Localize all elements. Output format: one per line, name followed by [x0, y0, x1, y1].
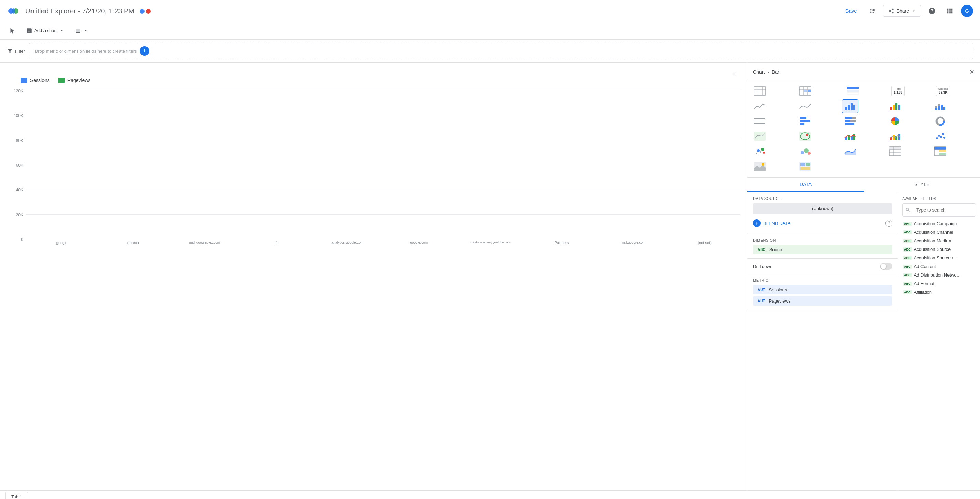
chart-type-bubble[interactable] — [797, 145, 813, 158]
dimension-field[interactable]: ABC Source — [753, 245, 892, 254]
help-button[interactable] — [925, 4, 939, 18]
drilldown-toggle[interactable] — [880, 263, 892, 270]
svg-point-50 — [806, 134, 808, 136]
datasource-section: Data source (Unknown) + BLEND DATA ? — [748, 192, 898, 234]
chart-type-donut[interactable] — [932, 114, 948, 128]
user-avatar[interactable]: G — [961, 5, 973, 17]
chart-type-bar-selected[interactable] — [842, 99, 858, 113]
svg-rect-41 — [850, 120, 856, 122]
help-icon[interactable]: ? — [886, 220, 892, 227]
chart-plot: google (direct) mall.googleplex.com dfa … — [26, 89, 740, 253]
chart-type-hbar[interactable] — [797, 114, 813, 128]
af-item-acq-campaign[interactable]: ABC Acquisition Campaign — [902, 219, 976, 228]
bottom-tab-1[interactable]: Tab 1 — [5, 492, 28, 499]
svg-rect-3 — [754, 87, 766, 95]
chart-type-table2[interactable] — [797, 84, 813, 98]
svg-rect-19 — [848, 105, 850, 110]
x-label-dfa: dfa — [240, 241, 312, 245]
filter-add-button[interactable]: + — [140, 46, 149, 56]
svg-point-60 — [938, 135, 940, 137]
page-title: Untitled Explorer - 7/21/20, 1:23 PM — [25, 6, 841, 15]
chart-type-combo[interactable] — [842, 129, 858, 143]
svg-rect-18 — [845, 107, 847, 110]
chart-type-pivot-table[interactable] — [887, 145, 903, 158]
chart-type-scorecard1[interactable]: Total 1,168 — [887, 84, 909, 98]
chart-type-hbar-stacked[interactable] — [842, 114, 858, 128]
svg-point-64 — [756, 153, 757, 154]
metric-section: Metric AUT Sessions AUT Pageviews — [748, 274, 898, 310]
datasource-value[interactable]: (Unknown) — [753, 203, 892, 214]
panel-subtitle: Bar — [772, 69, 780, 75]
chart-options-button[interactable]: ⋮ — [731, 70, 738, 78]
blend-data-button[interactable]: + BLEND DATA — [753, 217, 791, 230]
filter-placeholder: Drop metric or dimension fields here to … — [35, 49, 137, 54]
chart-type-geomap[interactable] — [797, 129, 813, 143]
svg-rect-28 — [938, 106, 940, 110]
svg-rect-81 — [939, 150, 946, 152]
svg-rect-10 — [808, 90, 811, 92]
af-item-acq-source-medium[interactable]: ABC Acquisition Source /… — [902, 254, 976, 262]
svg-rect-17 — [847, 92, 859, 94]
y-label-100k: 100K — [14, 113, 23, 118]
refresh-button[interactable] — [865, 4, 879, 18]
af-label-acq-campaign: Acquisition Campaign — [914, 221, 957, 226]
chart-type-bar-stacked-alt[interactable] — [932, 99, 948, 113]
svg-point-59 — [936, 137, 938, 139]
svg-rect-15 — [847, 87, 859, 89]
chart-type-list[interactable] — [752, 114, 768, 128]
x-label-notset: (not set) — [669, 241, 740, 245]
svg-rect-47 — [754, 132, 766, 141]
chart-type-image[interactable] — [752, 159, 768, 173]
dimension-value: Source — [769, 247, 783, 252]
filter-drop-zone[interactable]: Drop metric or dimension fields here to … — [29, 43, 973, 59]
add-chart-button[interactable]: Add a chart — [22, 25, 67, 36]
af-item-ad-distribution[interactable]: ABC Ad Distribution Netwo… — [902, 271, 976, 279]
chart-type-table3[interactable] — [842, 84, 864, 98]
panel-close-button[interactable]: ✕ — [969, 68, 975, 76]
tab-style[interactable]: STYLE — [864, 178, 980, 192]
af-item-ad-content[interactable]: ABC Ad Content — [902, 262, 976, 271]
chart-type-combo2[interactable] — [887, 129, 903, 143]
af-item-affiliation[interactable]: ABC Affiliation — [902, 288, 976, 296]
af-label-acq-medium: Acquisition Medium — [914, 238, 953, 243]
chart-type-pie[interactable] — [887, 114, 903, 128]
af-item-ad-format[interactable]: ABC Ad Format — [902, 279, 976, 288]
svg-rect-29 — [938, 104, 940, 106]
config-panel: Data source (Unknown) + BLEND DATA ? Dim… — [748, 192, 898, 491]
chart-type-smooth-line[interactable] — [797, 99, 813, 113]
chart-type-image2[interactable] — [797, 159, 813, 173]
chart-type-table1[interactable] — [752, 84, 768, 98]
chart-type-scorecard2[interactable]: Sessions 69.3K — [932, 84, 954, 98]
af-item-acq-medium[interactable]: ABC Acquisition Medium — [902, 237, 976, 245]
select-tool-button[interactable] — [5, 25, 19, 36]
chart-type-map[interactable] — [752, 129, 768, 143]
arrange-button[interactable] — [72, 25, 91, 36]
chart-type-pivot-styled[interactable] — [932, 145, 948, 158]
save-button[interactable]: Save — [841, 5, 861, 16]
af-item-acq-source[interactable]: ABC Acquisition Source — [902, 245, 976, 254]
tab-data[interactable]: DATA — [748, 178, 864, 192]
apps-button[interactable] — [943, 4, 957, 18]
chart-type-scatter[interactable] — [932, 129, 948, 143]
y-label-60k: 60K — [16, 163, 23, 168]
metric-sessions[interactable]: AUT Sessions — [753, 285, 892, 294]
svg-point-2 — [12, 8, 15, 14]
chart-plot-area: 120K 100K 80K 60K 40K 20K 0 — [7, 89, 740, 253]
filter-text: Filter — [15, 49, 25, 54]
bottom-tabs: Tab 1 — [0, 491, 980, 499]
svg-rect-21 — [853, 105, 855, 110]
dimension-section: Dimension ABC Source — [748, 234, 898, 259]
af-item-acq-channel[interactable]: ABC Acquisition Channel — [902, 228, 976, 237]
metric-pageviews[interactable]: AUT Pageviews — [753, 296, 892, 306]
chart-type-scatter2[interactable] — [752, 145, 768, 158]
search-container — [902, 203, 976, 217]
chart-type-line-area2[interactable] — [842, 145, 858, 158]
share-button[interactable]: Share — [883, 5, 921, 17]
svg-point-46 — [938, 119, 942, 123]
svg-point-63 — [943, 137, 945, 138]
af-label-ad-distribution: Ad Distribution Netwo… — [914, 272, 961, 278]
chart-type-bar-colored[interactable] — [887, 99, 903, 113]
chart-type-line-area[interactable] — [752, 99, 768, 113]
chart-type-grid: Total 1,168 Sessions 69.3K — [748, 80, 980, 178]
search-input[interactable] — [913, 205, 973, 215]
